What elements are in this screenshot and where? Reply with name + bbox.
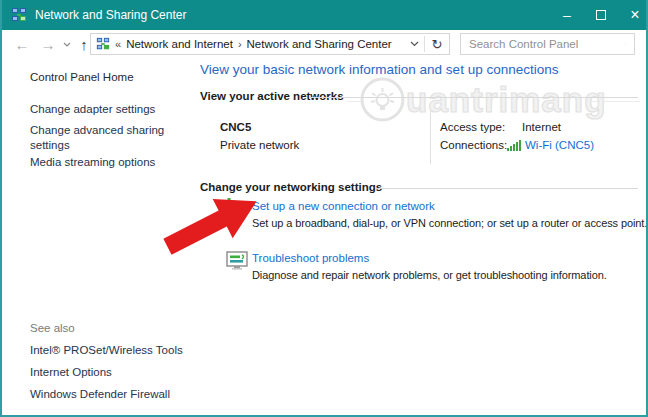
forward-button[interactable]: → [38,30,58,58]
sidebar-item-change-advanced-sharing-settings[interactable]: Change advanced sharing settings [30,123,190,153]
breadcrumb-network-sharing-center[interactable]: Network and Sharing Center [247,38,392,50]
maximize-icon [596,10,606,20]
watermark-text: uantrimang [406,80,607,120]
troubleshoot-description: Diagnose and repair network problems, or… [252,269,607,281]
red-annotation-arrow [160,192,264,256]
page-title: View your basic network information and … [200,62,558,77]
sidebar-item-media-streaming-options[interactable]: Media streaming options [30,156,155,168]
networking-settings-divider [376,188,638,189]
access-type-value: Internet [522,121,561,133]
sidebar-item-intel-proset-wireless-tools[interactable]: Intel® PROSet/Wireless Tools [30,344,183,356]
sidebar-item-internet-options[interactable]: Internet Options [30,366,112,378]
network-columns-divider [430,111,431,164]
watermark-bulb-icon [359,76,406,123]
setup-connection-description: Set up a broadband, dial-up, or VPN conn… [252,217,647,229]
back-button[interactable]: ← [12,30,32,58]
breadcrumb-separator: › [233,38,247,50]
window: Network and Sharing Center – × ← → ↑ [0,0,648,417]
active-networks-section-label: View your active networks [200,90,344,102]
wifi-signal-icon [507,139,522,151]
app-icon [11,7,27,23]
recent-pages-chevron-icon[interactable] [60,30,74,58]
sidebar-item-windows-defender-firewall[interactable]: Windows Defender Firewall [30,388,170,400]
window-title: Network and Sharing Center [35,8,186,22]
sidebar-item-change-adapter-settings[interactable]: Change adapter settings [30,103,155,115]
address-dropdown-chevron-icon[interactable] [404,34,424,54]
breadcrumb-network-icon [96,37,110,51]
search-input[interactable] [461,37,625,51]
minimize-button[interactable]: – [550,0,584,30]
toolbar: ← → ↑ « Network and Internet › Network a… [2,30,648,58]
setup-connection-link[interactable]: Set up a new connection or network [252,200,435,212]
address-bar[interactable]: « Network and Internet › Network and Sha… [90,33,450,55]
connections-label: Connections: [440,139,507,151]
see-also-label: See also [30,322,75,334]
troubleshoot-link[interactable]: Troubleshoot problems [252,252,369,264]
breadcrumb-prefix: « [110,38,126,50]
search-icon[interactable] [625,38,626,51]
network-name: CNC5 [220,121,251,133]
search-box [460,33,635,55]
wifi-connection-link[interactable]: Wi-Fi (CNC5) [525,139,594,151]
breadcrumb-network-and-internet[interactable]: Network and Internet [126,38,233,50]
access-type-label: Access type: [440,121,505,133]
close-button[interactable]: × [618,0,648,30]
refresh-button[interactable]: ↻ [425,34,449,54]
sidebar-item-control-panel-home[interactable]: Control Panel Home [30,71,134,83]
titlebar: Network and Sharing Center – × [0,0,648,30]
active-networks-divider [310,97,638,98]
maximize-button[interactable] [584,0,618,30]
network-type: Private network [220,139,299,151]
